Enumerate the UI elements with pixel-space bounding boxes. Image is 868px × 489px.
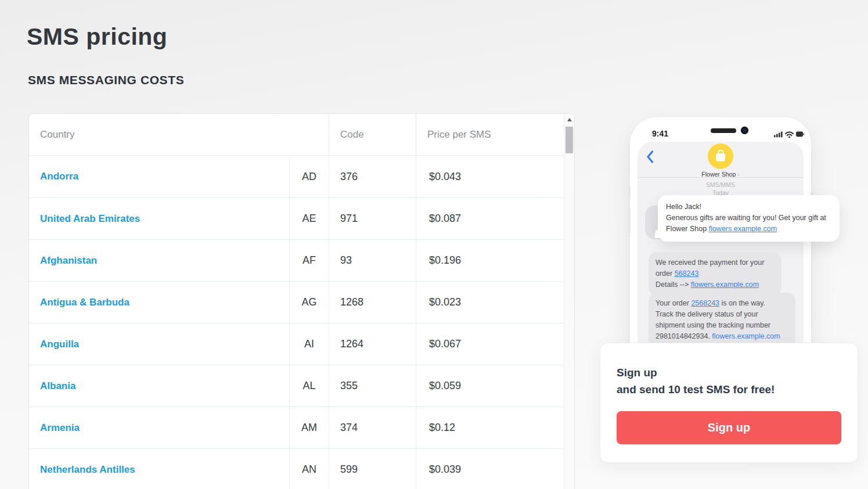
country-code-cell: 93 (329, 240, 416, 281)
price-cell: $0.067 (416, 323, 564, 365)
column-header-price: Price per SMS (416, 114, 564, 155)
country-cell: United Arab Emirates (29, 198, 289, 239)
table-row: Netherlands Antilles AN 599 $0.039 (29, 448, 564, 489)
table-row: Anguilla AI 1264 $0.067 (29, 323, 564, 365)
phone-speaker (711, 128, 736, 133)
table-row: Albania AL 355 $0.059 (29, 365, 564, 407)
country-cell: Andorra (29, 156, 289, 197)
country-code-cell: 1268 (329, 282, 416, 323)
country-abbr-cell: AI (289, 323, 329, 365)
country-abbr-cell: AD (289, 156, 329, 197)
page-title: SMS pricing (27, 23, 167, 51)
country-cell: Albania (29, 365, 289, 407)
table-row: Andorra AD 376 $0.043 (29, 156, 564, 197)
back-chevron-icon (646, 150, 654, 164)
column-header-country: Country (29, 114, 329, 155)
status-bar-icons (774, 130, 804, 138)
message-link: flowers.example.com (691, 281, 759, 289)
country-code-cell: 1264 (329, 323, 416, 365)
country-cell: Anguilla (29, 323, 289, 365)
scrollbar-up-arrow[interactable] (564, 114, 574, 125)
message-link: flowers.example.com (709, 225, 777, 233)
country-link[interactable]: Antigua & Barbuda (40, 297, 129, 308)
status-bar-time: 9:41 (652, 129, 668, 138)
message-bubble-payment: We received the payment for your order 5… (649, 252, 781, 296)
country-cell: Afghanistan (29, 240, 289, 281)
message-link: flowers.example.com (712, 332, 780, 340)
sms-pricing-page: SMS pricing SMS MESSAGING COSTS Country … (0, 0, 868, 489)
country-link[interactable]: Anguilla (40, 339, 79, 350)
price-cell: $0.196 (416, 240, 564, 281)
price-cell: $0.023 (416, 282, 564, 323)
table-rows: Andorra AD 376 $0.043 United Arab Emirat… (29, 156, 564, 489)
country-abbr-cell: AF (289, 240, 329, 281)
country-abbr-cell: AL (289, 365, 329, 407)
country-cell: Antigua & Barbuda (29, 282, 289, 323)
phone-side-button (628, 209, 631, 233)
pricing-table: Country Code Price per SMS Andorra AD 37… (28, 113, 575, 489)
country-link[interactable]: Andorra (40, 171, 78, 182)
message-link: 2568243 (691, 299, 719, 307)
country-code-cell: 355 (329, 365, 416, 407)
scrollbar-thumb[interactable] (566, 127, 573, 153)
page-subtitle: SMS MESSAGING COSTS (28, 73, 184, 87)
price-cell: $0.087 (416, 198, 564, 239)
country-abbr-cell: AE (289, 198, 329, 239)
message-bubble-promo: Hello Jack! Generous gifts are waiting f… (658, 195, 840, 242)
country-link[interactable]: Armenia (40, 422, 80, 434)
country-abbr-cell: AM (289, 407, 329, 448)
pricing-table-body: Country Code Price per SMS Andorra AD 37… (29, 114, 564, 489)
country-cell: Netherlands Antilles (29, 449, 289, 489)
signup-heading-line1: Sign up (617, 364, 841, 381)
country-abbr-cell: AG (289, 282, 329, 323)
phone-mockup: 9:41 Flower Shop (630, 117, 811, 367)
country-cell: Armenia (29, 407, 289, 448)
message-bubble-shipping: Your order 2568243 is on the way. Track … (649, 293, 795, 347)
table-row: Afghanistan AF 93 $0.196 (29, 239, 564, 281)
country-link[interactable]: Netherlands Antilles (40, 464, 135, 476)
country-code-cell: 374 (329, 407, 416, 448)
country-code-cell: 376 (329, 156, 416, 197)
price-cell: $0.043 (416, 156, 564, 197)
table-row: Armenia AM 374 $0.12 (29, 407, 564, 448)
country-code-cell: 599 (329, 449, 416, 489)
country-abbr-cell: AN (289, 449, 329, 489)
column-header-code: Code (329, 114, 416, 155)
up-arrow-icon (567, 118, 572, 121)
price-cell: $0.12 (416, 407, 564, 448)
table-row: Antigua & Barbuda AG 1268 $0.023 (29, 281, 564, 323)
price-cell: $0.059 (416, 365, 564, 407)
phone-side-button (628, 187, 631, 199)
signup-card: Sign up and send 10 test SMS for free! S… (600, 343, 858, 463)
channel-label: SMS/MMS (638, 181, 804, 188)
table-header-row: Country Code Price per SMS (29, 114, 564, 156)
header-divider (638, 177, 804, 178)
table-row: United Arab Emirates AE 971 $0.087 (29, 197, 564, 239)
country-code-cell: 971 (329, 198, 416, 239)
table-scrollbar[interactable] (564, 114, 574, 489)
signup-button[interactable]: Sign up (617, 411, 841, 444)
shopping-bag-icon (716, 153, 725, 161)
country-link[interactable]: Albania (40, 380, 75, 392)
shop-avatar (708, 143, 733, 169)
phone-camera (741, 127, 748, 134)
price-cell: $0.039 (416, 449, 564, 489)
country-link[interactable]: Afghanistan (40, 255, 97, 267)
signup-heading-line2: and send 10 test SMS for free! (617, 381, 841, 398)
country-link[interactable]: United Arab Emirates (40, 213, 140, 225)
message-link: 568243 (675, 269, 699, 278)
